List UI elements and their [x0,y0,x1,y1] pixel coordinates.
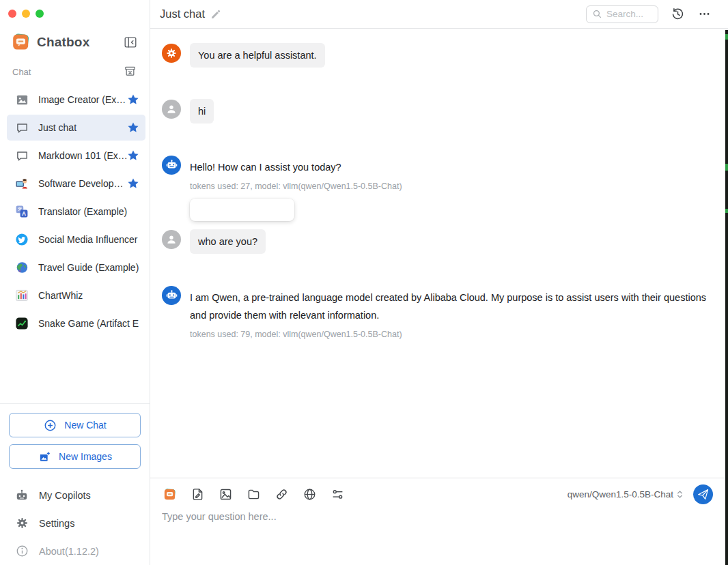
message-body: Hello! How can I assist you today? token… [190,155,402,221]
message-body: who are you? [190,229,266,254]
chatbox-logo-icon [12,33,30,51]
person-avatar-icon [165,233,178,246]
sidebar-item-travel-guide-example[interactable]: Travel Guide (Example) [7,255,145,280]
translator-icon: A [15,205,29,218]
minimize-window-button[interactable] [22,10,30,18]
twitter-icon [15,233,29,246]
chevron-updown-icon [675,489,685,499]
message-text: hi [190,99,214,124]
sidebar-item-translator-example[interactable]: A Translator (Example) [7,199,145,224]
search-box[interactable] [586,5,658,23]
gear-icon [15,517,29,530]
edit-message-icon[interactable] [223,203,236,216]
attach-document-icon[interactable] [190,487,205,502]
attach-file-icon[interactable] [246,487,261,502]
regenerate-icon[interactable] [199,203,212,216]
composer-right: qwen/Qwen1.5-0.5B-Chat [568,484,713,504]
chatbox-mini-icon[interactable] [162,487,177,502]
chat-bubble-icon [15,149,29,162]
sidebar-item-chartwhiz[interactable]: ChartWhiz [7,282,145,308]
sidebar-bottom: New Chat New Images My Copilots Settings… [0,403,150,565]
image-plus-icon [38,450,51,463]
sidebar-item-snake-game-artifact-e[interactable]: Snake Game (Artifact E… [7,310,145,336]
sidebar-item-label: Social Media Influencer … [38,234,139,245]
plus-circle-icon [43,418,57,432]
message-avatar[interactable] [162,230,181,249]
web-browsing-icon[interactable] [302,487,317,502]
chat-section-header: Chat [0,51,150,80]
user-message: hi [162,99,714,124]
sidebar-item-label: Software Develop… [38,178,124,189]
message-text: Hello! How can I assist you today? [190,155,402,177]
history-icon[interactable] [671,7,685,21]
attach-image-icon[interactable] [218,487,233,502]
composer: qwen/Qwen1.5-0.5B-Chat [150,478,728,565]
developer-icon [15,177,29,190]
image-icon [15,93,29,106]
user-message: who are you? [162,229,714,254]
about-item[interactable]: About(1.12.2) [9,537,141,565]
star-icon[interactable] [127,177,139,190]
window-controls [0,0,150,23]
send-button[interactable] [693,484,713,504]
sidebar: Chatbox Chat Image Creator (Ex… Just cha… [0,0,150,565]
main-pane: Just chat You are a helpful assistant. [150,0,728,565]
message-list: You are a helpful assistant. hi Hello! H… [150,29,728,478]
edit-title-icon[interactable] [210,9,221,20]
snake-game-icon [15,317,29,330]
attach-link-icon[interactable] [274,487,289,502]
sidebar-item-label: Translator (Example) [38,206,127,217]
more-menu-icon[interactable] [697,7,712,21]
new-images-button[interactable]: New Images [9,444,141,469]
message-meta: tokens used: 27, model: vllm(qwen/Qwen1.… [190,182,402,191]
model-selector[interactable]: qwen/Qwen1.5-0.5B-Chat [568,489,685,499]
new-chat-button[interactable]: New Chat [9,413,141,437]
sidebar-item-label: Just chat [38,122,76,133]
sidebar-item-just-chat[interactable]: Just chat [7,115,145,141]
message-meta: tokens used: 79, model: vllm(qwen/Qwen1.… [190,330,714,339]
message-input[interactable] [162,511,713,559]
zoom-window-button[interactable] [36,10,44,18]
collapse-sidebar-icon[interactable] [122,34,139,50]
search-icon [592,9,602,19]
sidebar-item-social-media-influencer[interactable]: Social Media Influencer … [7,227,145,252]
search-input[interactable] [606,9,656,19]
chat-section-label: Chat [12,67,31,77]
conversation-header: Just chat [150,0,728,29]
message-avatar[interactable] [162,156,181,175]
sidebar-item-label: ChartWhiz [38,290,83,301]
message-avatar[interactable] [162,100,181,119]
model-name: qwen/Qwen1.5-0.5B-Chat [568,489,673,499]
gear-avatar-icon [165,46,178,60]
globe-travel-icon [15,261,29,274]
robot-avatar-icon [165,289,178,302]
new-images-label: New Images [59,451,112,462]
sidebar-item-software-develop[interactable]: Software Develop… [7,171,145,197]
star-icon[interactable] [127,121,139,134]
settings-item[interactable]: Settings [9,509,141,537]
sidebar-item-label: Travel Guide (Example) [38,262,139,273]
message-avatar[interactable] [162,286,181,305]
star-icon[interactable] [127,93,139,106]
clear-conversations-icon[interactable] [124,65,137,78]
close-window-button[interactable] [8,10,16,18]
my-copilots-item[interactable]: My Copilots [9,481,141,509]
more-vert-icon[interactable] [272,203,285,216]
tune-settings-icon[interactable] [330,487,345,502]
sidebar-item-image-creator-ex[interactable]: Image Creator (Ex… [7,87,145,113]
message-body: You are a helpful assistant. [190,43,325,68]
message-avatar[interactable] [162,44,181,63]
sidebar-item-markdown-101-ex[interactable]: Markdown 101 (Ex… [7,143,145,169]
message-text: I am Qwen, a pre-trained language model … [190,285,714,325]
info-icon [15,545,29,558]
copy-icon[interactable] [248,203,261,216]
message-body: I am Qwen, a pre-trained language model … [190,285,714,339]
my-copilots-label: My Copilots [39,490,91,501]
header-actions [586,5,712,23]
app-title: Chatbox [37,35,89,50]
new-chat-label: New Chat [64,420,106,431]
settings-label: Settings [39,518,74,529]
desktop-edge [725,30,728,565]
star-icon[interactable] [127,149,139,162]
composer-toolbar: qwen/Qwen1.5-0.5B-Chat [162,484,713,504]
